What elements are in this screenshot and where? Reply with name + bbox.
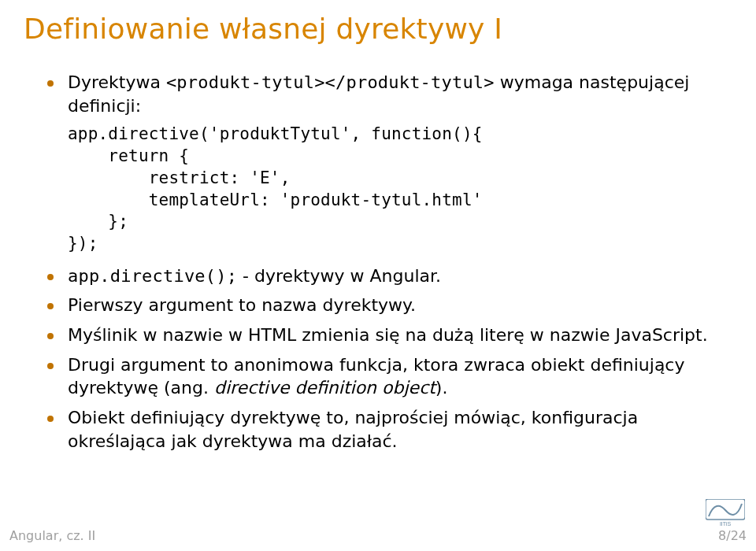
item-text-post: ).: [435, 378, 448, 398]
list-item: Obiekt definiujący dyrektywę to, najproś…: [47, 406, 724, 453]
item-code: <produkt-tytul></produkt-tytul>: [166, 72, 495, 92]
slide-body: Dyrektywa <produkt-tytul></produkt-tytul…: [47, 71, 724, 460]
list-item: app.directive(); - dyrektywy w Angular.: [47, 264, 724, 288]
bullet-icon: [47, 363, 54, 369]
item-text: Pierwszy argument to nazwa dyrektywy.: [68, 295, 416, 315]
item-text-ital: directive definition object: [214, 378, 435, 398]
item-text: Obiekt definiujący dyrektywę to, najproś…: [68, 408, 638, 451]
bullet-icon: [47, 80, 54, 87]
footer-left: Angular, cz. II: [9, 528, 95, 543]
item-text: Myślinik w nazwie w HTML zmienia się na …: [68, 325, 708, 345]
slide-title: Definiowanie własnej dyrektywy I: [24, 13, 502, 45]
footer-right: 8/24: [718, 528, 747, 543]
code-block: app.directive('produktTytul', function()…: [68, 124, 724, 254]
item-code: app.directive();: [68, 266, 237, 286]
item-text-pre: Dyrektywa: [68, 72, 166, 92]
bullet-icon: [47, 416, 54, 422]
institution-logo: IITiS: [706, 499, 745, 527]
bullet-icon: [47, 333, 54, 339]
list-item: Myślinik w nazwie w HTML zmienia się na …: [47, 324, 724, 347]
bullet-icon: [47, 274, 54, 280]
item-text-post: - dyrektywy w Angular.: [237, 266, 441, 286]
slide: Definiowanie własnej dyrektywy I Dyrekty…: [0, 0, 756, 551]
list-item: Pierwszy argument to nazwa dyrektywy.: [47, 294, 724, 317]
list-item: Dyrektywa <produkt-tytul></produkt-tytul…: [47, 71, 724, 117]
list-item: Drugi argument to anonimowa funkcja, kto…: [47, 353, 724, 400]
logo-caption: IITiS: [720, 521, 731, 527]
bullet-icon: [47, 303, 54, 309]
